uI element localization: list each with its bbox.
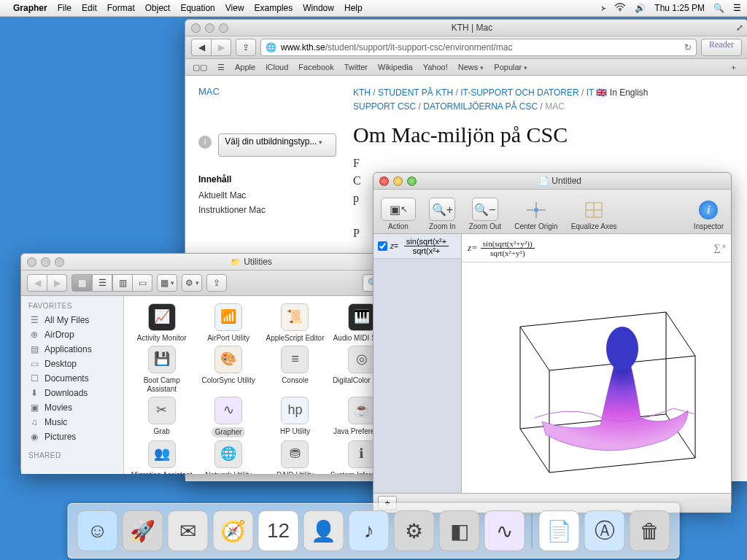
dock-item[interactable]: ✉	[168, 510, 209, 551]
app-item[interactable]: 💾Boot Camp Assistant	[128, 346, 195, 394]
equation-row[interactable]: z= sin(sqrt(x²+ sqrt(x²+	[374, 234, 461, 259]
menu-edit[interactable]: Edit	[82, 3, 97, 13]
crumb-student[interactable]: STUDENT PÅ KTH	[378, 88, 453, 98]
crumb-it[interactable]: IT	[587, 88, 594, 98]
zoom-in-tool[interactable]: 🔍+Zoom In	[429, 198, 456, 230]
dock-item[interactable]: ⚙	[394, 510, 435, 551]
zoom-button[interactable]	[219, 23, 228, 33]
icon-view-button[interactable]: ▦	[71, 274, 92, 292]
app-item[interactable]: hpHP Utility	[262, 397, 328, 438]
menu-window[interactable]: Window	[303, 3, 334, 13]
dock-item[interactable]: ∿	[484, 510, 525, 551]
column-view-button[interactable]: ▥	[112, 274, 133, 292]
readinglist-icon[interactable]: ☰	[217, 63, 225, 72]
clock[interactable]: Thu 1:25 PM	[654, 3, 705, 13]
reader-button[interactable]: Reader	[701, 39, 742, 56]
dock-item[interactable]: Ⓐ	[584, 510, 625, 551]
dock-item[interactable]: 🗑	[630, 510, 670, 551]
crumb-kth[interactable]: KTH	[353, 88, 371, 98]
wifi-icon[interactable]	[614, 3, 626, 14]
dock-item[interactable]: 📄	[539, 510, 580, 551]
bm-wikipedia[interactable]: Wikipedia	[378, 63, 413, 71]
bookmarks-icon[interactable]: ▢▢	[193, 63, 207, 72]
sidebar-item[interactable]: ⬇Downloads	[21, 386, 123, 400]
menu-format[interactable]: Format	[107, 3, 135, 13]
bm-popular[interactable]: Popular	[494, 63, 527, 71]
grapher-titlebar[interactable]: 📄 Untitled	[374, 173, 731, 190]
dock-item[interactable]: ◧	[439, 510, 480, 551]
app-item[interactable]: ≡Console	[262, 346, 328, 394]
action-tool[interactable]: ▣ ↖ Action	[381, 198, 416, 230]
action-button[interactable]: ⚙	[182, 274, 202, 292]
sidebar-item[interactable]: ◉Pictures	[21, 429, 123, 444]
equalize-axes-tool[interactable]: Equalize Axes	[571, 199, 617, 230]
plot-canvas[interactable]	[462, 262, 731, 493]
app-item[interactable]: 📜AppleScript Editor	[262, 303, 328, 343]
app-menu[interactable]: Grapher	[13, 3, 47, 13]
notifications-icon[interactable]: ☰	[733, 3, 741, 13]
safari-titlebar[interactable]: KTH | Mac ⤢	[185, 20, 747, 36]
volume-icon[interactable]: 🔊	[635, 3, 646, 13]
sigma-icon[interactable]: ∑ˣ	[714, 242, 725, 254]
back-button[interactable]: ◀	[27, 274, 47, 292]
forward-button[interactable]: ▶	[212, 39, 231, 56]
zoom-button[interactable]	[407, 176, 417, 186]
fullscreen-icon[interactable]: ⤢	[710, 23, 747, 33]
zoom-button[interactable]	[55, 257, 64, 267]
sidebar-item[interactable]: ▭Desktop	[21, 357, 123, 371]
sidebar-item[interactable]: ⊕AirDrop	[21, 327, 123, 342]
app-item[interactable]: 🎨ColorSync Utility	[195, 346, 261, 394]
crumb-dator[interactable]: DATORMILJÖERNA PÅ CSC	[423, 101, 538, 112]
app-item[interactable]: 👥Migration Assistant	[128, 440, 195, 474]
minimize-button[interactable]	[41, 257, 50, 267]
url-field[interactable]: 🌐 www.kth.se/student/support/it-support-…	[260, 39, 697, 56]
close-button[interactable]	[27, 257, 36, 267]
dock-item[interactable]: 12	[258, 510, 299, 551]
equation-checkbox[interactable]	[378, 241, 387, 251]
inspector-tool[interactable]: iInspector	[694, 199, 724, 230]
app-item[interactable]: 📶AirPort Utility	[195, 303, 261, 343]
reload-icon[interactable]: ↻	[684, 42, 692, 52]
app-item[interactable]: ⛃RAID Utility	[262, 440, 328, 474]
in-english-link[interactable]: In English	[610, 88, 649, 98]
sidebar-item[interactable]: ☐Documents	[21, 371, 123, 386]
sidebar-item[interactable]: ▣Movies	[21, 400, 123, 415]
back-button[interactable]: ◀	[191, 39, 212, 56]
bm-yahoo[interactable]: Yahoo!	[423, 63, 448, 71]
share-button[interactable]: ⇪	[236, 39, 256, 56]
page-section-link[interactable]: MAC	[198, 86, 343, 97]
app-item[interactable]: 🌐Network Utility	[195, 440, 261, 474]
dock-item[interactable]: ♪	[349, 510, 390, 551]
bm-news[interactable]: News	[458, 63, 484, 71]
dock-item[interactable]: ☺	[77, 510, 118, 551]
coverflow-view-button[interactable]: ▭	[133, 274, 152, 292]
menu-object[interactable]: Object	[145, 3, 171, 13]
menu-file[interactable]: File	[58, 3, 71, 13]
crumb-supportcsc[interactable]: SUPPORT CSC	[353, 101, 416, 112]
menu-examples[interactable]: Examples	[255, 3, 293, 13]
minimize-button[interactable]	[393, 176, 403, 186]
dock-item[interactable]: 🚀	[123, 510, 163, 551]
forward-button[interactable]: ▶	[47, 274, 67, 292]
menu-help[interactable]: Help	[344, 3, 363, 13]
dock-item[interactable]: 👤	[303, 510, 344, 551]
bm-apple[interactable]: Apple	[235, 63, 255, 71]
menu-view[interactable]: View	[225, 3, 244, 13]
center-origin-tool[interactable]: Center Origin	[514, 199, 557, 230]
zoom-out-tool[interactable]: 🔍−Zoom Out	[469, 198, 501, 230]
share-button[interactable]: ⇪	[206, 274, 227, 292]
close-button[interactable]	[379, 176, 389, 186]
app-item[interactable]: 📈Activity Monitor	[128, 303, 195, 343]
list-view-button[interactable]: ☰	[92, 274, 112, 292]
bluetooth-icon[interactable]: ᚛	[601, 3, 605, 13]
arrange-button[interactable]: ▦	[157, 274, 177, 292]
app-item[interactable]: ✂Grab	[128, 397, 195, 438]
bm-facebook[interactable]: Facebook	[298, 63, 333, 71]
crumb-itsupport[interactable]: IT-SUPPORT OCH DATORER	[460, 88, 578, 98]
menu-equation[interactable]: Equation	[180, 3, 214, 13]
side-item-aktuellt[interactable]: Aktuellt Mac	[198, 190, 343, 201]
dock-item[interactable]: 🧭	[213, 510, 254, 551]
sidebar-item[interactable]: ☰All My Files	[21, 313, 123, 327]
app-item[interactable]: ∿Grapher	[195, 397, 261, 438]
close-button[interactable]	[191, 23, 201, 33]
